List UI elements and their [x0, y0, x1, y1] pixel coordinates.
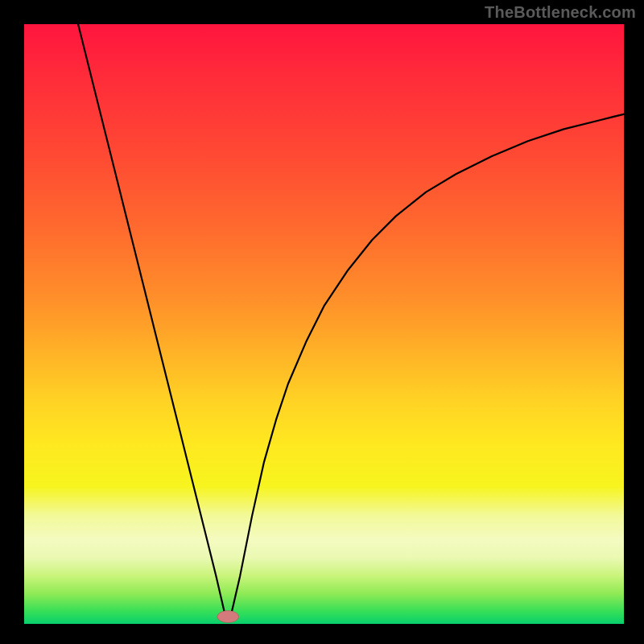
chart-plot-area: [24, 24, 624, 624]
watermark-text: TheBottleneck.com: [485, 3, 636, 22]
curve-right-branch: [231, 114, 624, 615]
minimum-marker: [217, 611, 239, 623]
chart-frame: TheBottleneck.com: [0, 0, 644, 644]
curve-left-branch: [78, 24, 225, 615]
chart-svg: [24, 24, 624, 624]
